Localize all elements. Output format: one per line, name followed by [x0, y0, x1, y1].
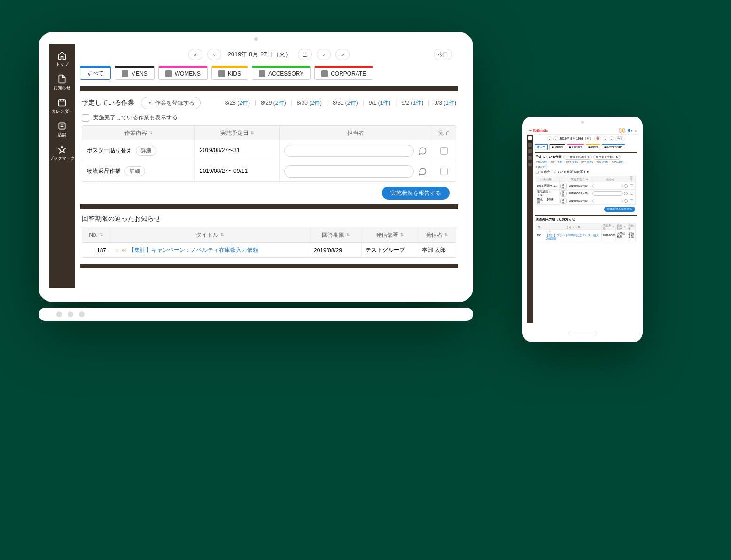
sidebar: トップ お知らせ カレンダー 店舗 ブックマーク [49, 44, 75, 288]
date-count-link[interactable]: 8/30 (2件) [297, 99, 322, 107]
calendar-picker-button[interactable] [298, 49, 312, 60]
date-count-link[interactable]: 8/24 (2件) [597, 161, 608, 164]
sidebar-item[interactable] [528, 149, 532, 153]
report-status-button[interactable]: 実施状況を報告する [604, 207, 635, 212]
user-icon[interactable]: 👤▾ [627, 129, 633, 132]
assignee-input[interactable] [592, 199, 623, 203]
register-task-button[interactable]: 作業を登録する [141, 97, 201, 109]
nav-last-button[interactable]: » [609, 136, 614, 141]
date-count-link[interactable]: 9/1 (1件) [369, 99, 391, 107]
date-count-link[interactable]: 8/26 (4件) [536, 165, 547, 169]
date-count-link[interactable]: 8/22 (2件) [566, 161, 578, 164]
show-completed-toggle[interactable]: 実施完了している作業も表示する [536, 170, 636, 174]
today-button[interactable]: 今日 [615, 136, 625, 141]
sidebar-item[interactable] [528, 143, 532, 147]
sort-icon[interactable]: ⇅ [100, 233, 103, 237]
sidebar-item-top[interactable]: トップ [49, 47, 75, 70]
date-count-link[interactable]: 8/29 (2件) [261, 99, 286, 107]
bell-icon[interactable]: 🔔 [619, 128, 625, 133]
done-checkbox[interactable] [440, 147, 448, 155]
done-checkbox[interactable] [440, 168, 448, 175]
nav-first-button[interactable]: « [547, 136, 552, 141]
star-icon[interactable]: ☆ [114, 247, 120, 254]
phone-tasks-section: 予定している作業 📄 作業を印刷する ⊕ 作業を登録する 8/20 (3件)|8… [535, 153, 637, 215]
menu-icon[interactable]: ≡ [635, 129, 637, 132]
print-tasks-button[interactable]: 📄 作業を印刷する [563, 155, 592, 160]
date-count-link[interactable]: 9/3 (1件) [434, 99, 456, 107]
show-completed-toggle[interactable]: 実施完了している作業も表示する [82, 114, 456, 122]
date-count-link[interactable]: 8/23 (2件) [581, 161, 593, 164]
chat-icon[interactable] [624, 184, 628, 188]
category-tab[interactable]: すべて [535, 144, 548, 150]
detail-button[interactable]: 詳細 [560, 183, 567, 189]
nav-next-button[interactable]: › [603, 136, 607, 141]
nav-last-button[interactable]: » [335, 49, 350, 60]
nav-first-button[interactable]: « [188, 49, 202, 60]
reply-icon[interactable]: ↩ [122, 247, 127, 254]
category-tab[interactable]: ◼ KIDS [586, 144, 600, 150]
sort-icon[interactable]: ⇅ [220, 233, 224, 237]
category-tab[interactable]: WOMENS [158, 66, 208, 80]
chat-icon[interactable] [418, 146, 427, 156]
col-assignee: 担当者 [280, 126, 432, 140]
sort-icon[interactable]: ⇅ [250, 131, 254, 135]
category-tab[interactable]: CORPORATE [314, 66, 373, 80]
category-label: ACCESSORY [268, 70, 303, 77]
tasks-table: 作業内容⇅ 実施予定日⇅ 担当者 完了 ポスター貼り替え詳細2019/08/27… [82, 125, 456, 182]
sidebar-item[interactable] [528, 156, 532, 160]
category-tab[interactable]: すべて [80, 66, 111, 80]
nav-prev-button[interactable]: ‹ [207, 49, 221, 60]
category-tab[interactable]: MENS [115, 66, 155, 80]
date-count-link[interactable]: 8/31 (2件) [333, 99, 358, 107]
chat-icon[interactable] [624, 199, 628, 203]
sidebar-item-bookmark[interactable]: ブックマーク [49, 141, 75, 164]
category-tab[interactable]: ◼ ACCESORY [602, 144, 625, 150]
done-checkbox[interactable] [630, 199, 633, 202]
task-date: 2019/08/27〜31 [200, 147, 240, 155]
report-status-button[interactable]: 実施状況を報告する [382, 187, 450, 200]
date-count-link[interactable]: 8/20 (3件) [536, 161, 547, 164]
assignee-input[interactable] [592, 191, 623, 196]
date-count-link[interactable]: 8/21 (2件) [551, 161, 562, 164]
category-tab[interactable]: KIDS [211, 66, 248, 80]
sort-icon[interactable]: ⇅ [400, 233, 404, 237]
detail-button[interactable]: 詳細 [560, 198, 567, 204]
sort-icon[interactable]: ⇅ [149, 131, 153, 135]
notice-title-link[interactable]: 【集計】ブランド30周年記念グッズ：購入店舗調査 [545, 234, 600, 241]
sidebar-item-store[interactable]: 店舗 [49, 117, 75, 141]
sort-icon[interactable]: ⇅ [346, 233, 350, 237]
reply-icon[interactable]: ↩ [549, 230, 551, 233]
register-task-button[interactable]: ⊕ 作業を登録する [593, 155, 621, 160]
today-button[interactable]: 今日 [434, 49, 452, 60]
chat-icon[interactable] [624, 192, 628, 195]
laptop-device: トップ お知らせ カレンダー 店舗 ブックマーク [39, 32, 473, 340]
nav-next-button[interactable]: › [317, 49, 331, 60]
notice-title-link[interactable]: 【集計】キャンペーン：ノベルティ在庫数入力依頼 [129, 246, 258, 254]
detail-button[interactable]: 詳細 [124, 166, 145, 176]
sidebar-item[interactable] [528, 136, 532, 140]
category-tab[interactable]: ◼ MENS [549, 144, 565, 150]
date-count-link[interactable]: 8/28 (2件) [225, 99, 250, 107]
date-count-link[interactable]: 9/2 (1件) [401, 99, 423, 107]
detail-button[interactable]: 詳細 [560, 190, 567, 197]
assignee-input[interactable] [284, 165, 414, 178]
category-tab[interactable]: ACCESSORY [252, 66, 311, 80]
date-count-link[interactable]: 8/25 (4件) [612, 161, 623, 164]
checkbox-icon [536, 171, 539, 174]
current-date: 2019年 8月 27日（火） [226, 50, 294, 59]
star-icon[interactable]: ☆ [545, 230, 548, 233]
done-checkbox[interactable] [630, 192, 633, 195]
home-button[interactable] [568, 331, 597, 336]
sort-icon[interactable]: ⇅ [444, 233, 448, 237]
nav-prev-button[interactable]: ‹ [553, 136, 558, 141]
assignee-input[interactable] [592, 184, 623, 188]
detail-button[interactable]: 詳細 [136, 146, 156, 156]
category-tab[interactable]: ◼ LADIES [567, 144, 584, 150]
chat-icon[interactable] [418, 167, 427, 176]
sidebar-item[interactable] [528, 163, 532, 166]
sidebar-item-calendar[interactable]: カレンダー [49, 94, 75, 117]
assignee-input[interactable] [284, 145, 414, 157]
done-checkbox[interactable] [630, 184, 633, 187]
sidebar-item-news[interactable]: お知らせ [49, 70, 75, 94]
calendar-picker-button[interactable]: 📅 [594, 136, 601, 141]
